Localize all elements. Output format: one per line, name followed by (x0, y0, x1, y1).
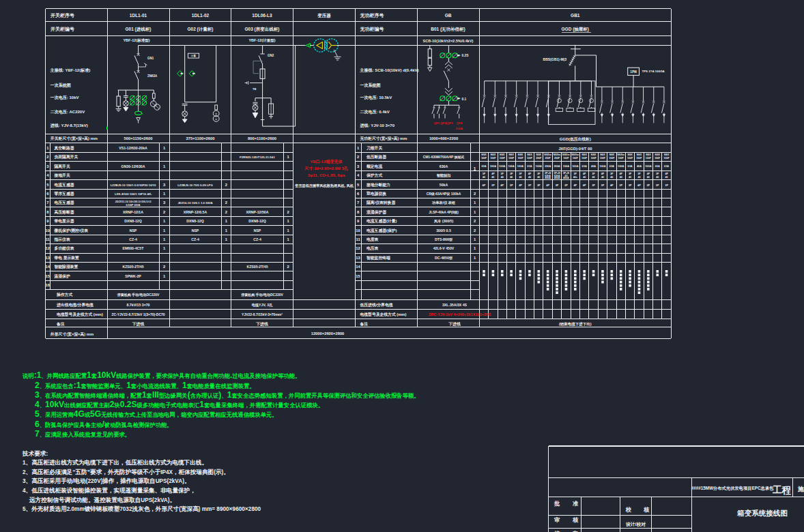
svg-text:13: 13 (356, 256, 360, 260)
svg-text:NSX: NSX (518, 153, 523, 156)
svg-text:ZC-YJV22-8.7/15kV 1(3×70)-DC70: ZC-YJV22-8.7/15kV 1(3×70)-DC70 (111, 312, 164, 316)
svg-text:40: 40 (637, 176, 640, 179)
svg-text:YBF-12(标准型): YBF-12(标准型) (123, 38, 149, 43)
svg-text:40: 40 (610, 176, 613, 179)
svg-text:电流互感器(计量): 电流互感器(计量) (367, 218, 397, 224)
svg-text:GN1: GN1 (147, 57, 154, 60)
svg-text:3P: 3P (592, 183, 595, 187)
svg-text:批: 批 (554, 501, 560, 507)
svg-text:温湿保护: 温湿保护 (54, 274, 70, 279)
svg-text:B01 (无功补偿柜): B01 (无功补偿柜) (431, 27, 465, 32)
svg-text:无功柜序号: 无功柜序号 (360, 12, 384, 18)
svg-text:40: 40 (501, 176, 504, 179)
svg-text:NSX: NSX (664, 153, 670, 156)
svg-text:12000×2600×2800: 12000×2600×2800 (311, 331, 345, 336)
svg-text:GN2: GN2 (268, 54, 274, 57)
svg-text:3P: 3P (656, 183, 659, 187)
svg-text:160A: 160A (517, 164, 523, 168)
svg-text:变压器低压侧带风机散热通风机, 风机: 变压器低压侧带风机散热通风机, 风机 (294, 183, 354, 188)
svg-text:一次系统图: 一次系统图 (360, 83, 381, 88)
svg-text:接地开关: 接地开关 (54, 173, 70, 178)
svg-text:GGD (抽屉柜): GGD (抽屉柜) (562, 27, 589, 32)
svg-text:箱变系统接线图: 箱变系统接线图 (736, 509, 788, 517)
svg-text:操作方式: 操作方式 (56, 292, 72, 297)
svg-text:3P: 3P (556, 183, 559, 187)
svg-text:15: 15 (46, 274, 51, 278)
svg-text:刀熔开关: 刀熔开关 (366, 145, 382, 151)
svg-text:63A: 63A (582, 164, 587, 168)
svg-text:远方控制信号调试功能。遥控装置电源取自UPS(2kVA)。: 远方控制信号调试功能。遥控装置电源取自UPS(2kVA)。 (29, 497, 175, 503)
svg-text:隔离/仪表转换器: 隔离/仪表转换器 (367, 200, 395, 205)
svg-text:40: 40 (537, 176, 540, 179)
svg-text:KZS05-2T/45: KZS05-2T/45 (122, 265, 143, 269)
svg-text:JDZX11-10 10/√3/0.1/√3/0.1/√3: JDZX11-10 10/√3/0.1/√3/0.1/√3 (115, 201, 152, 203)
svg-text:功率表/仪 表组: 功率表/仪 表组 (431, 201, 456, 205)
svg-text:真空断路器: 真空断路器 (54, 145, 74, 151)
svg-text:LXK-Φ100 100/1 10P10 4孔: LXK-Φ100 100/1 10P10 4孔 (115, 192, 152, 196)
svg-text:100F: 100F (563, 157, 569, 160)
svg-text:接地分断能力: 接地分断能力 (366, 182, 390, 188)
svg-text:电缆型号及走线方式 (mm): 电缆型号及走线方式 (mm) (360, 312, 407, 317)
svg-text:40A: 40A (637, 164, 642, 168)
svg-text:开关柜编号: 开关柜编号 (50, 26, 74, 32)
svg-text:多功能仪表: 多功能仪表 (55, 246, 74, 251)
svg-text:NSX: NSX (491, 153, 496, 156)
svg-text:智能脱扣: 智能脱扣 (436, 173, 451, 178)
svg-text:NSX: NSX (655, 153, 661, 156)
svg-text:YJV22-8.7/15kV-3×70mm²: YJV22-8.7/15kV-3×70mm² (242, 312, 283, 316)
svg-text:63A: 63A (655, 164, 660, 168)
svg-text:7、应满足接入系统批复意见的要求。: 7、应满足接入系统批复意见的要求。 (35, 429, 130, 439)
svg-text:4P: 4P (519, 183, 522, 187)
svg-text:13: 13 (46, 256, 51, 260)
svg-text:4P: 4P (601, 173, 605, 175)
svg-text:(铠装电缆下进下出): (铠装电缆下进下出) (559, 322, 592, 327)
svg-text:3P: 3P (592, 173, 595, 175)
svg-text:进线: YJV-8.7(15kV): 进线: YJV-8.7(15kV) (50, 123, 88, 128)
svg-text:375×1100×2600: 375×1100×2600 (186, 136, 215, 141)
svg-text:40: 40 (629, 176, 631, 179)
svg-text:3P: 3P (564, 183, 568, 187)
svg-text:NSX: NSX (600, 153, 605, 156)
svg-text:40: 40 (647, 176, 650, 179)
svg-text:NSXm: NSXm (617, 153, 624, 156)
svg-text:250F: 250F (536, 157, 542, 160)
svg-text:3P: 3P (656, 173, 659, 175)
svg-text:高压熔断器: 高压熔断器 (55, 209, 74, 215)
svg-text:3P: 3P (537, 173, 541, 175)
svg-text:EM600-4C5T: EM600-4C5T (123, 246, 145, 250)
svg-text:100F: 100F (527, 157, 533, 160)
svg-text:带电显示器: 带电显示器 (54, 218, 74, 224)
svg-text:NSX: NSX (591, 153, 597, 156)
svg-text:4P: 4P (610, 183, 614, 187)
svg-text:保护方式: 保护方式 (366, 173, 382, 178)
svg-text:40A: 40A (591, 164, 596, 168)
svg-text:二次电压: 0.4kV: 二次电压: 0.4kV (360, 109, 390, 115)
svg-text:15: 15 (356, 274, 360, 278)
svg-text:准: 准 (573, 501, 579, 507)
svg-text:TPS 3?A 100/5A: TPS 3?A 100/5A (642, 70, 665, 73)
svg-text:KZS05-2T/45: KZS05-2T/45 (246, 265, 268, 269)
svg-text:NSXm: NSXm (544, 153, 551, 156)
svg-text:3P: 3P (574, 173, 577, 175)
svg-text:4P: 4P (620, 173, 623, 175)
svg-text:NSX: NSX (481, 153, 487, 156)
svg-text:电流互感器: 电流互感器 (55, 182, 74, 188)
svg-text:630A: 630A (440, 164, 448, 168)
svg-text:变压器: 变压器 (317, 13, 331, 18)
svg-text:NSX: NSX (500, 153, 505, 156)
svg-text:250A: 250A (545, 164, 551, 168)
svg-text:NSP: NSP (192, 228, 199, 233)
svg-text:1PM: 1PM (630, 70, 637, 74)
svg-text:2: 2 (357, 155, 359, 159)
svg-text:3P: 3P (629, 173, 632, 175)
svg-text:210A: 210A (456, 127, 463, 130)
svg-text:电缆YJV, 3孔: 电缆YJV, 3孔 (252, 303, 273, 308)
svg-text:DXN8-12Q: DXN8-12Q (124, 219, 141, 223)
svg-text:63A: 63A (609, 164, 614, 168)
svg-text:3P: 3P (665, 183, 668, 187)
svg-text:100A: 100A (563, 164, 569, 168)
svg-text:100F: 100F (590, 157, 597, 160)
svg-text:2、高压柜必须满足“五防”要求，外壳防护等级不小于IP4X，: 2、高压柜必须满足“五防”要求，外壳防护等级不小于IP4X，柜体按瑞典图(示)。 (23, 469, 229, 475)
svg-text:63A: 63A (664, 164, 669, 168)
svg-text:5、采用运营商4G或5G无线传输方式上传至当地电网，箱变内应: 5、采用运营商4G或5G无线传输方式上传至当地电网，箱变内应配置相应无线通信模块… (35, 409, 278, 419)
